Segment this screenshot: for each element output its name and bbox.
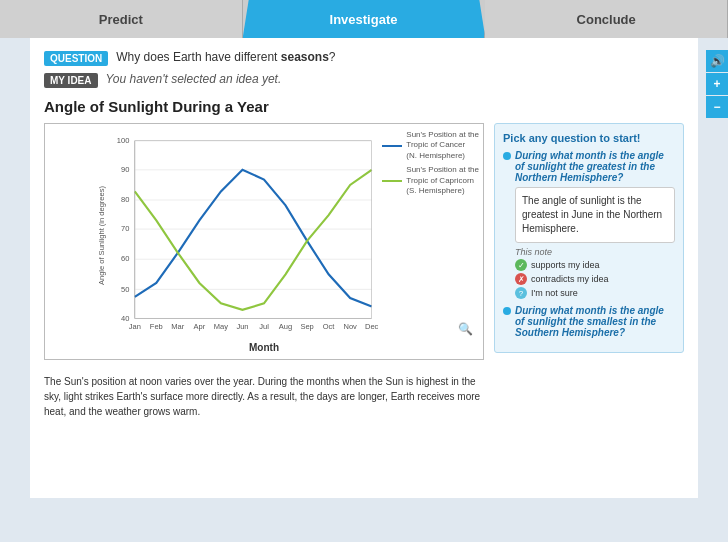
right-panel: Pick any question to start! During what … bbox=[494, 123, 684, 419]
svg-text:Dec: Dec bbox=[365, 322, 379, 331]
sound-button[interactable]: 🔊 bbox=[706, 50, 728, 72]
svg-text:Jan: Jan bbox=[129, 322, 141, 331]
notsure-icon: ? bbox=[515, 287, 527, 299]
answer-box-1: The angle of sunlight is the greatest in… bbox=[515, 187, 675, 243]
tabs-bar: Predict Investigate Conclude bbox=[0, 0, 728, 38]
svg-text:100: 100 bbox=[117, 136, 130, 145]
svg-text:Mar: Mar bbox=[171, 322, 184, 331]
question-item-1[interactable]: During what month is the angle of sunlig… bbox=[503, 150, 675, 299]
app-wrapper: Predict Investigate Conclude QUESTION Wh… bbox=[0, 0, 728, 542]
svg-text:Sep: Sep bbox=[300, 322, 313, 331]
svg-rect-29 bbox=[135, 141, 372, 319]
svg-text:Angle of Sunlight (in degrees): Angle of Sunlight (in degrees) bbox=[97, 186, 106, 286]
svg-text:Oct: Oct bbox=[323, 322, 336, 331]
svg-text:Aug: Aug bbox=[279, 322, 292, 331]
magnifier-icon[interactable]: 🔍 bbox=[458, 322, 473, 336]
section-title: Angle of Sunlight During a Year bbox=[44, 98, 684, 115]
svg-text:Feb: Feb bbox=[150, 322, 163, 331]
svg-text:60: 60 bbox=[121, 254, 129, 263]
question-label-1: During what month is the angle of sunlig… bbox=[503, 150, 675, 183]
note-notsure[interactable]: ? I'm not sure bbox=[515, 287, 675, 299]
tab-conclude-label: Conclude bbox=[577, 12, 636, 27]
zoom-out-button[interactable]: − bbox=[706, 96, 728, 118]
svg-text:May: May bbox=[214, 322, 228, 331]
tab-investigate[interactable]: Investigate bbox=[243, 0, 486, 38]
myidea-row: MY IDEA You haven't selected an idea yet… bbox=[44, 72, 684, 88]
svg-text:Apr: Apr bbox=[194, 322, 206, 331]
question-badge: QUESTION bbox=[44, 51, 108, 66]
chart-area: Sun's Position at theTropic of Cancer(N.… bbox=[44, 123, 484, 360]
chart-svg: Angle of Sunlight (in degrees) 40 bbox=[51, 130, 477, 340]
contradicts-icon: ✗ bbox=[515, 273, 527, 285]
chart-container: Angle of Sunlight (in degrees) 40 bbox=[51, 130, 477, 340]
blue-dot-2 bbox=[503, 307, 511, 315]
svg-text:50: 50 bbox=[121, 285, 129, 294]
tab-predict[interactable]: Predict bbox=[0, 0, 243, 38]
note-contradicts[interactable]: ✗ contradicts my idea bbox=[515, 273, 675, 285]
sound-controls: 🔊 + − bbox=[706, 50, 728, 118]
blue-dot-1 bbox=[503, 152, 511, 160]
chart-x-label: Month bbox=[51, 342, 477, 353]
question-item-2[interactable]: During what month is the angle of sunlig… bbox=[503, 305, 675, 338]
tab-conclude[interactable]: Conclude bbox=[485, 0, 728, 38]
pick-question-box: Pick any question to start! During what … bbox=[494, 123, 684, 353]
tab-predict-label: Predict bbox=[99, 12, 143, 27]
svg-text:80: 80 bbox=[121, 195, 129, 204]
note-supports[interactable]: ✓ supports my idea bbox=[515, 259, 675, 271]
myidea-text: You haven't selected an idea yet. bbox=[106, 72, 282, 86]
svg-text:Nov: Nov bbox=[343, 322, 357, 331]
question-text: Why does Earth have different seasons? bbox=[116, 50, 335, 64]
pick-question-title: Pick any question to start! bbox=[503, 132, 675, 144]
main-content: QUESTION Why does Earth have different s… bbox=[30, 38, 698, 498]
description-text: The Sun's position at noon varies over t… bbox=[44, 374, 484, 419]
two-col-layout: Sun's Position at theTropic of Cancer(N.… bbox=[44, 123, 684, 419]
myidea-badge: MY IDEA bbox=[44, 73, 98, 88]
zoom-in-button[interactable]: + bbox=[706, 73, 728, 95]
svg-text:90: 90 bbox=[121, 165, 129, 174]
svg-text:Jul: Jul bbox=[259, 322, 269, 331]
supports-icon: ✓ bbox=[515, 259, 527, 271]
this-note-label: This note bbox=[515, 247, 675, 257]
svg-text:Jun: Jun bbox=[236, 322, 248, 331]
question-label-2: During what month is the angle of sunlig… bbox=[503, 305, 675, 338]
svg-text:70: 70 bbox=[121, 224, 129, 233]
question-row: QUESTION Why does Earth have different s… bbox=[44, 50, 684, 66]
tab-investigate-label: Investigate bbox=[330, 12, 398, 27]
note-options: ✓ supports my idea ✗ contradicts my idea… bbox=[515, 259, 675, 299]
